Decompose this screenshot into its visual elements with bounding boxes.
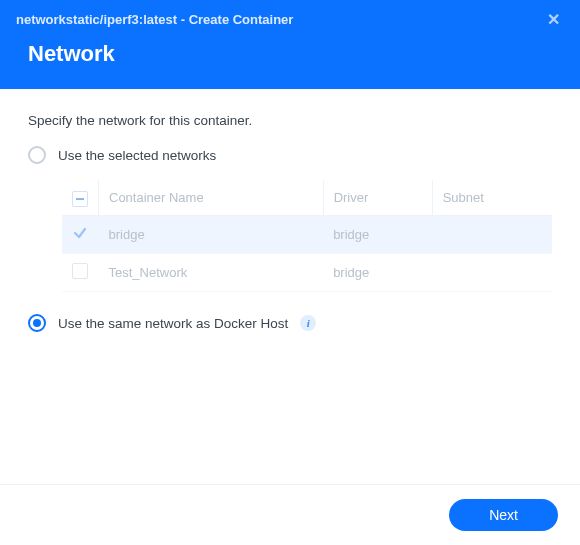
titlebar: networkstatic/iperf3:latest - Create Con… [0, 0, 580, 29]
table-row[interactable]: bridge bridge [62, 216, 552, 254]
subtitle: Specify the network for this container. [28, 113, 552, 128]
cell-name: Test_Network [99, 254, 324, 292]
section-title: Network [0, 29, 580, 89]
footer: Next [0, 484, 580, 545]
cell-driver: bridge [323, 216, 432, 254]
cell-name: bridge [99, 216, 324, 254]
cell-subnet [432, 216, 552, 254]
table-row[interactable]: Test_Network bridge [62, 254, 552, 292]
header: networkstatic/iperf3:latest - Create Con… [0, 0, 580, 89]
header-select-all[interactable] [62, 180, 99, 216]
next-button[interactable]: Next [449, 499, 558, 531]
cell-subnet [432, 254, 552, 292]
table-header-row: Container Name Driver Subnet [62, 180, 552, 216]
content: Specify the network for this container. … [0, 89, 580, 484]
indeterminate-icon [72, 191, 88, 207]
header-name[interactable]: Container Name [99, 180, 324, 216]
close-icon[interactable]: ✕ [543, 10, 564, 29]
option-label: Use the same network as Docker Host [58, 316, 288, 331]
header-driver[interactable]: Driver [323, 180, 432, 216]
header-subnet[interactable]: Subnet [432, 180, 552, 216]
row-checkbox[interactable] [62, 254, 99, 292]
radio-icon [28, 146, 46, 164]
cell-driver: bridge [323, 254, 432, 292]
window-title: networkstatic/iperf3:latest - Create Con… [16, 12, 293, 27]
info-icon[interactable]: i [300, 315, 316, 331]
option-use-host-network[interactable]: Use the same network as Docker Host i [28, 314, 552, 332]
checkmark-icon [72, 225, 88, 241]
networks-table: Container Name Driver Subnet bridge brid… [62, 180, 552, 292]
radio-icon [28, 314, 46, 332]
option-label: Use the selected networks [58, 148, 216, 163]
checkbox-empty-icon [72, 263, 88, 279]
option-use-selected-networks[interactable]: Use the selected networks [28, 146, 552, 164]
row-checkbox[interactable] [62, 216, 99, 254]
